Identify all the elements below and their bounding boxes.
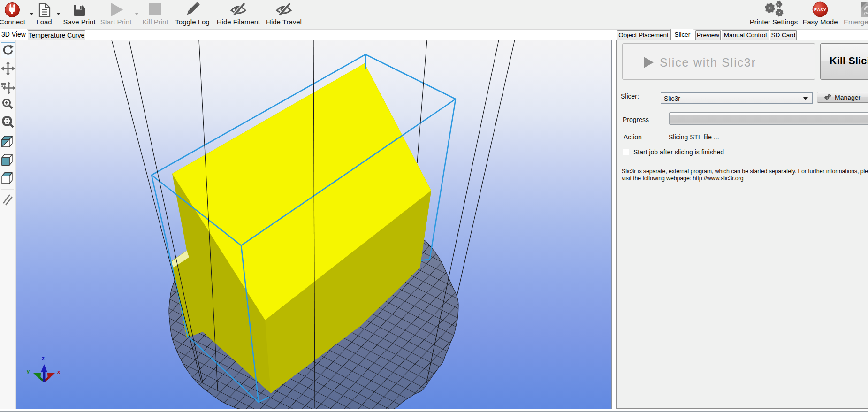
svg-text:Hide Filament: Hide Filament xyxy=(217,18,260,26)
svg-text:Emergen: Emergen xyxy=(844,18,868,26)
svg-text:Connect: Connect xyxy=(0,18,26,26)
svg-text:z: z xyxy=(42,355,45,362)
svg-text:Toggle Log: Toggle Log xyxy=(175,18,209,26)
svg-text:x: x xyxy=(57,369,61,375)
svg-text:Save Print: Save Print xyxy=(63,18,96,26)
svg-text:y: y xyxy=(27,368,30,374)
svg-text:Kill Print: Kill Print xyxy=(142,18,168,26)
svg-text:Start Print: Start Print xyxy=(100,18,132,26)
svg-text:EASY: EASY xyxy=(814,7,827,12)
svg-text:Easy Mode: Easy Mode xyxy=(802,18,838,26)
svg-text:Hide Travel: Hide Travel xyxy=(266,18,302,26)
svg-text:Load: Load xyxy=(36,18,52,26)
svg-text:Printer Settings: Printer Settings xyxy=(750,18,798,26)
